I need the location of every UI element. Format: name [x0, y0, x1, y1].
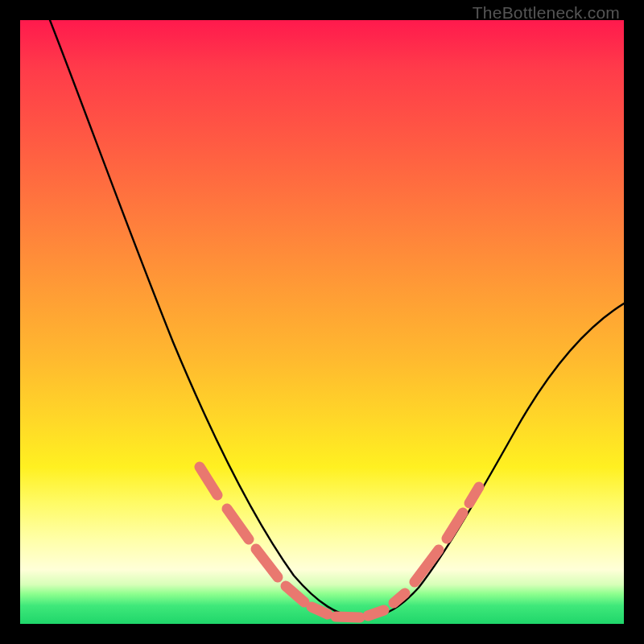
svg-line-2	[256, 549, 278, 577]
svg-line-4	[312, 607, 328, 614]
watermark-text: TheBottleneck.com	[473, 3, 620, 23]
svg-line-9	[447, 513, 463, 539]
chart-frame	[20, 20, 624, 624]
svg-line-3	[286, 586, 304, 602]
svg-line-10	[469, 487, 479, 503]
svg-line-7	[394, 593, 405, 603]
svg-line-1	[227, 509, 249, 539]
svg-line-5	[336, 617, 360, 617]
svg-line-6	[368, 610, 384, 616]
svg-line-0	[200, 467, 217, 495]
bottleneck-curve	[50, 20, 624, 617]
bottleneck-curve-svg	[20, 20, 624, 624]
